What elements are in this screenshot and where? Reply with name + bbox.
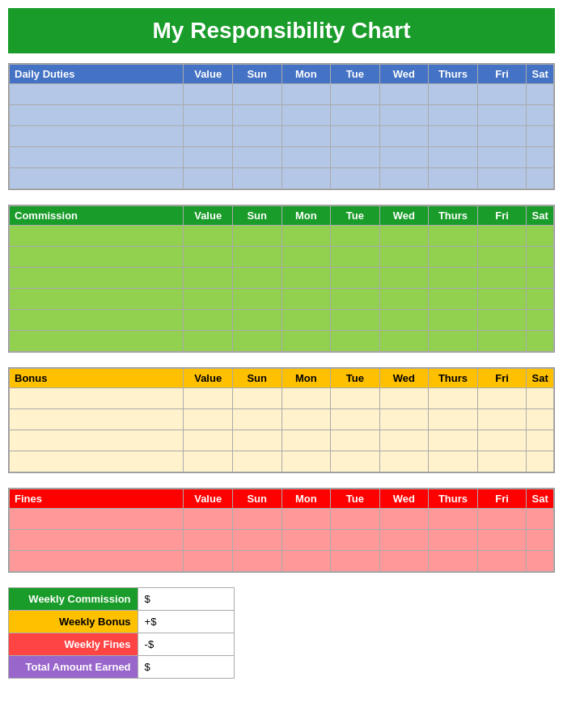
tue-header-bonus: Tue (331, 369, 380, 388)
table-row (10, 430, 554, 451)
table-row (10, 409, 554, 430)
thurs-header-daily: Thurs (429, 65, 478, 84)
table-row (10, 168, 554, 189)
total-summary-label: Total Amount Earned (9, 656, 138, 679)
summary-commission-row: Weekly Commission $ (9, 588, 235, 611)
table-row (10, 530, 554, 551)
table-row (10, 226, 554, 247)
mon-header-commission: Mon (282, 206, 331, 226)
thurs-header-fines: Thurs (429, 489, 478, 509)
sun-header-daily: Sun (232, 65, 282, 84)
mon-header-daily: Mon (282, 65, 331, 84)
table-row (10, 105, 554, 126)
sun-header-bonus: Sun (232, 369, 282, 388)
total-summary-value[interactable]: $ (138, 656, 234, 679)
thurs-header-bonus: Thurs (429, 369, 478, 388)
value-header-daily: Value (184, 65, 233, 84)
tue-header-fines: Tue (331, 489, 380, 509)
tue-header-commission: Tue (331, 206, 380, 226)
daily-duties-table: Daily Duties Value Sun Mon Tue Wed Thurs… (9, 64, 554, 189)
sun-header-commission: Sun (232, 206, 282, 226)
bonus-prefix: +$ (145, 616, 157, 628)
fines-section: Fines Value Sun Mon Tue Wed Thurs Fri Sa… (8, 488, 555, 573)
table-row (10, 331, 554, 352)
fines-table: Fines Value Sun Mon Tue Wed Thurs Fri Sa… (9, 489, 554, 572)
commission-table: Commission Value Sun Mon Tue Wed Thurs F… (9, 205, 554, 352)
thurs-header-commission: Thurs (429, 206, 478, 226)
table-row (10, 388, 554, 409)
fri-header-bonus: Fri (477, 369, 527, 388)
bonus-summary-label: Weekly Bonus (9, 611, 138, 633)
summary-table: Weekly Commission $ Weekly Bonus +$ Week… (8, 587, 235, 679)
bonus-summary-value[interactable]: +$ (138, 611, 234, 633)
value-header-commission: Value (184, 206, 233, 226)
table-row (10, 289, 554, 310)
table-row (10, 451, 554, 472)
commission-summary-value[interactable]: $ (138, 588, 234, 611)
bonus-table: Bonus Value Sun Mon Tue Wed Thurs Fri Sa… (9, 368, 554, 472)
bonus-section: Bonus Value Sun Mon Tue Wed Thurs Fri Sa… (8, 367, 555, 473)
commission-summary-label: Weekly Commission (9, 588, 138, 611)
table-row (10, 84, 554, 105)
table-row (10, 509, 554, 530)
summary-bonus-row: Weekly Bonus +$ (9, 611, 235, 633)
sat-header-bonus: Sat (527, 369, 554, 388)
sat-header-fines: Sat (527, 489, 554, 509)
page-title: My Responsibility Chart (8, 8, 555, 53)
mon-header-bonus: Mon (282, 369, 331, 388)
table-row (10, 247, 554, 268)
wed-header-fines: Wed (379, 489, 429, 509)
commission-section: Commission Value Sun Mon Tue Wed Thurs F… (8, 205, 555, 353)
table-row (10, 126, 554, 147)
fines-summary-label: Weekly Fines (9, 633, 138, 656)
fines-prefix: -$ (145, 638, 155, 650)
fines-summary-value[interactable]: -$ (138, 633, 234, 656)
commission-header: Commission (10, 206, 184, 226)
daily-duties-header: Daily Duties (10, 65, 184, 84)
total-prefix: $ (145, 661, 150, 673)
fri-header-commission: Fri (477, 206, 527, 226)
sun-header-fines: Sun (232, 489, 282, 509)
commission-prefix: $ (145, 593, 150, 605)
summary-fines-row: Weekly Fines -$ (9, 633, 235, 656)
table-row (10, 310, 554, 331)
value-header-bonus: Value (184, 369, 233, 388)
table-row (10, 268, 554, 289)
bonus-header: Bonus (10, 369, 184, 388)
value-header-fines: Value (184, 489, 233, 509)
wed-header-daily: Wed (379, 65, 429, 84)
fri-header-fines: Fri (477, 489, 527, 509)
daily-duties-section: Daily Duties Value Sun Mon Tue Wed Thurs… (8, 63, 555, 190)
sat-header-commission: Sat (527, 206, 554, 226)
wed-header-commission: Wed (379, 206, 429, 226)
mon-header-fines: Mon (282, 489, 331, 509)
table-row (10, 147, 554, 168)
sat-header-daily: Sat (527, 65, 554, 84)
summary-total-row: Total Amount Earned $ (9, 656, 235, 679)
fines-header: Fines (10, 489, 184, 509)
table-row (10, 551, 554, 572)
tue-header-daily: Tue (331, 65, 380, 84)
wed-header-bonus: Wed (379, 369, 429, 388)
fri-header-daily: Fri (477, 65, 527, 84)
